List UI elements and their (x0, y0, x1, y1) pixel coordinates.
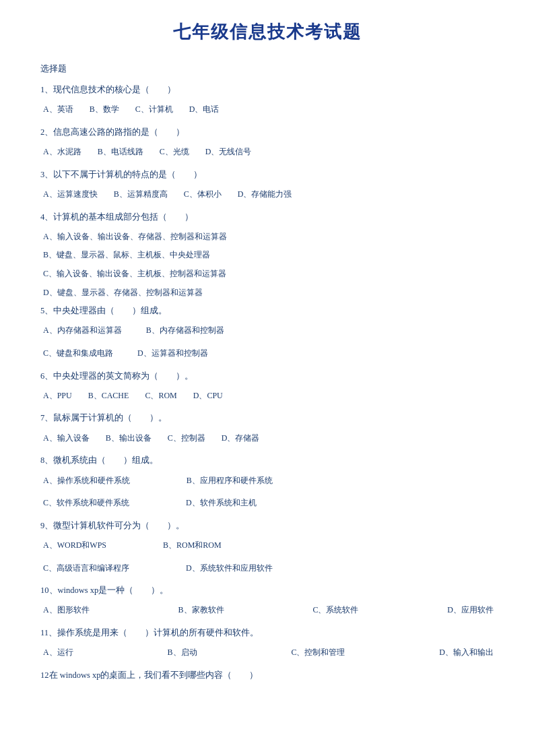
option-4-0: A、输入设备、输出设备、存储器、控制器和运算器 (40, 230, 494, 245)
question-text-12: 12在 windows xp的桌面上，我们看不到哪些内容（ ） (40, 668, 494, 683)
question-7: 7、鼠标属于计算机的（ ）。A、输入设备B、输出设备C、控制器D、存储器 (40, 411, 494, 445)
options-7: A、输入设备B、输出设备C、控制器D、存储器 (40, 431, 494, 446)
options-row-9-0: A、WORD和WPS B、ROM和ROM (40, 538, 494, 553)
options-1: A、英语B、数学C、计算机D、电话 (40, 102, 494, 117)
question-text-2: 2、信息高速公路的路指的是（ ） (40, 125, 494, 139)
question-2: 2、信息高速公路的路指的是（ ）A、水泥路B、电话线路C、光缆D、无线信号 (40, 125, 494, 160)
question-6: 6、中央处理器的英文简称为（ ）。A、PPUB、CACHEC、ROMD、CPU (40, 369, 494, 404)
question-text-10: 10、windows xp是一种（ ）。 (40, 584, 494, 598)
question-12: 12在 windows xp的桌面上，我们看不到哪些内容（ ） (40, 668, 494, 683)
question-11: 11、操作系统是用来（ ）计算机的所有硬件和软件。A、运行B、启动C、控制和管理… (40, 626, 494, 660)
options-10: A、图形软件B、家教软件C、系统软件D、应用软件 (40, 603, 494, 618)
question-text-8: 8、微机系统由（ ）组成。 (40, 453, 494, 468)
question-5: 5、中央处理器由（ ）组成。A、内存储器和运算器 B、内存储器和控制器C、键盘和… (40, 304, 494, 360)
question-9: 9、微型计算机软件可分为（ ）。A、WORD和WPS B、ROM和ROMC、高级… (40, 519, 494, 575)
question-text-7: 7、鼠标属于计算机的（ ）。 (40, 411, 494, 425)
question-4: 4、计算机的基本组成部分包括（ ）A、输入设备、输出设备、存储器、控制器和运算器… (40, 210, 494, 301)
question-8: 8、微机系统由（ ）组成。A、操作系统和硬件系统 B、应用程序和硬件系统C、软件… (40, 453, 494, 510)
question-text-3: 3、以下不属于计算机的特点的是（ ） (40, 168, 494, 182)
options-row-9-1: C、高级语言和编译程序 D、系统软件和应用软件 (40, 561, 494, 576)
options-6: A、PPUB、CACHEC、ROMD、CPU (40, 389, 494, 404)
question-text-11: 11、操作系统是用来（ ）计算机的所有硬件和软件。 (40, 626, 494, 640)
question-10: 10、windows xp是一种（ ）。A、图形软件B、家教软件C、系统软件D、… (40, 584, 494, 618)
section-label: 选择题 (40, 63, 494, 75)
options-11: A、运行B、启动C、控制和管理D、输入和输出 (40, 645, 494, 660)
page-title: 七年级信息技术考试题 (40, 20, 494, 44)
question-text-6: 6、中央处理器的英文简称为（ ）。 (40, 369, 494, 383)
options-row1-5: A、内存储器和运算器 B、内存储器和控制器 (40, 323, 494, 338)
options-row2-5: C、键盘和集成电路 D、运算器和控制器 (40, 346, 494, 361)
options-3: A、运算速度快B、运算精度高C、体积小D、存储能力强 (40, 187, 494, 202)
option-4-1: B、键盘、显示器、鼠标、主机板、中央处理器 (40, 248, 494, 263)
option-4-2: C、输入设备、输出设备、主机板、控制器和运算器 (40, 267, 494, 282)
option-4-3: D、键盘、显示器、存储器、控制器和运算器 (40, 286, 494, 301)
question-3: 3、以下不属于计算机的特点的是（ ）A、运算速度快B、运算精度高C、体积小D、存… (40, 168, 494, 202)
question-text-5: 5、中央处理器由（ ）组成。 (40, 304, 494, 318)
question-1: 1、现代信息技术的核心是（ ）A、英语B、数学C、计算机D、电话 (40, 83, 494, 117)
options-row-8-0: A、操作系统和硬件系统 B、应用程序和硬件系统 (40, 474, 494, 489)
question-text-9: 9、微型计算机软件可分为（ ）。 (40, 519, 494, 533)
options-2: A、水泥路B、电话线路C、光缆D、无线信号 (40, 145, 494, 160)
question-text-4: 4、计算机的基本组成部分包括（ ） (40, 210, 494, 224)
question-text-1: 1、现代信息技术的核心是（ ） (40, 83, 494, 97)
questions-container: 1、现代信息技术的核心是（ ）A、英语B、数学C、计算机D、电话2、信息高速公路… (40, 83, 494, 683)
options-row-8-1: C、软件系统和硬件系统 D、软件系统和主机 (40, 496, 494, 511)
